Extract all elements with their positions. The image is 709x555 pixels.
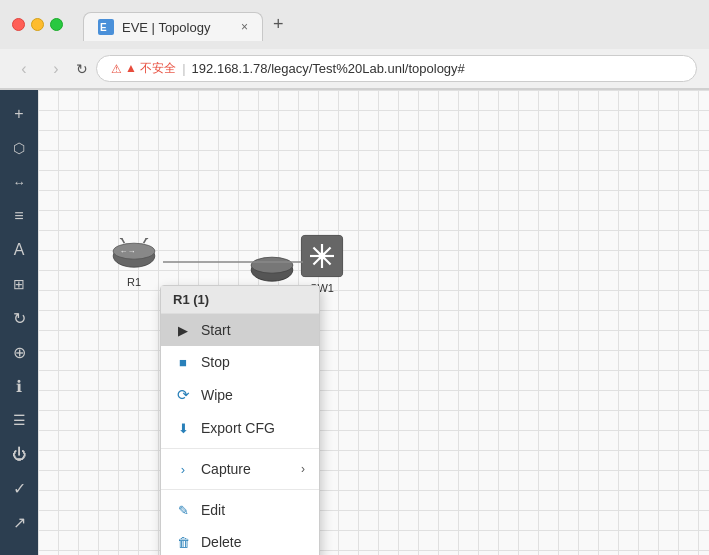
- sidebar: + ⬡ ↔ ≡ A ⊞ ↻ ⊕ ℹ ☰ ⏻ ✓: [0, 90, 38, 555]
- sidebar-item-add[interactable]: +: [3, 98, 35, 130]
- separator: |: [182, 61, 185, 76]
- tab-title: EVE | Topology: [122, 20, 210, 35]
- connection-icon: ↔: [13, 175, 26, 190]
- sidebar-item-info[interactable]: ℹ: [3, 370, 35, 402]
- minimize-button[interactable]: [31, 18, 44, 31]
- security-warning: ⚠ ▲ 不安全: [111, 60, 176, 77]
- back-button[interactable]: ‹: [12, 60, 36, 78]
- node-r1[interactable]: ←→ R1: [110, 238, 158, 288]
- reload-button[interactable]: ↻: [76, 61, 88, 77]
- svg-text:←→: ←→: [120, 247, 136, 256]
- warning-icon: ⚠: [111, 62, 122, 76]
- menu-divider-1: [161, 448, 319, 449]
- menu-item-wipe[interactable]: ⟳ Wipe: [161, 378, 319, 412]
- document-icon: ☰: [13, 412, 26, 428]
- menu-stop-label: Stop: [201, 354, 230, 370]
- forward-button[interactable]: ›: [44, 60, 68, 78]
- capture-arrow-icon: ›: [175, 462, 191, 477]
- menu-delete-label: Delete: [201, 534, 241, 550]
- menu-item-delete[interactable]: 🗑 Delete: [161, 526, 319, 555]
- tab-close-button[interactable]: ×: [241, 20, 248, 34]
- topology-canvas[interactable]: ←→ R1: [38, 90, 709, 555]
- node-partial[interactable]: [248, 252, 296, 288]
- menu-item-start[interactable]: ▶ Start: [161, 314, 319, 346]
- menu-item-export-cfg[interactable]: ⬇ Export CFG: [161, 412, 319, 444]
- app-container: + ⬡ ↔ ≡ A ⊞ ↻ ⊕ ℹ ☰ ⏻ ✓: [0, 90, 709, 555]
- sidebar-item-text[interactable]: A: [3, 234, 35, 266]
- menu-divider-2: [161, 489, 319, 490]
- sidebar-item-menu[interactable]: ≡: [3, 200, 35, 232]
- grid-icon: ⊞: [13, 276, 25, 292]
- edit-icon: ✎: [175, 503, 191, 518]
- zoom-icon: ⊕: [13, 343, 26, 362]
- context-menu-header: R1 (1): [161, 286, 319, 314]
- switch-svg: [298, 232, 346, 280]
- check-icon: ✓: [13, 479, 26, 498]
- stop-icon: ■: [175, 355, 191, 370]
- menu-export-label: Export CFG: [201, 420, 275, 436]
- sidebar-item-power[interactable]: ⏻: [3, 438, 35, 470]
- sidebar-item-server[interactable]: ⬡: [3, 132, 35, 164]
- trash-icon: 🗑: [175, 535, 191, 550]
- play-icon: ▶: [175, 323, 191, 338]
- node-r1-label: R1: [127, 276, 141, 288]
- sidebar-item-refresh[interactable]: ↻: [3, 302, 35, 334]
- sidebar-item-check[interactable]: ✓: [3, 472, 35, 504]
- sidebar-item-connection[interactable]: ↔: [3, 166, 35, 198]
- address-bar-text[interactable]: 192.168.1.78/legacy/Test%20Lab.unl/topol…: [192, 61, 465, 76]
- close-button[interactable]: [12, 18, 25, 31]
- context-menu: R1 (1) ▶ Start ■ Stop ⟳ Wipe ⬇ Export CF…: [160, 285, 320, 555]
- power-icon: ⏻: [12, 446, 26, 462]
- partial-node-svg: [248, 252, 296, 288]
- new-tab-button[interactable]: +: [263, 8, 294, 41]
- menu-capture-label: Capture: [201, 461, 251, 477]
- maximize-button[interactable]: [50, 18, 63, 31]
- sidebar-item-document[interactable]: ☰: [3, 404, 35, 436]
- wipe-icon: ⟳: [175, 386, 191, 404]
- download-icon: ⬇: [175, 421, 191, 436]
- menu-item-edit[interactable]: ✎ Edit: [161, 494, 319, 526]
- info-icon: ℹ: [16, 377, 22, 396]
- sidebar-item-zoom[interactable]: ⊕: [3, 336, 35, 368]
- menu-edit-label: Edit: [201, 502, 225, 518]
- menu-wipe-label: Wipe: [201, 387, 233, 403]
- svg-point-17: [319, 253, 326, 260]
- menu-icon: ≡: [14, 207, 23, 225]
- connections-layer: [38, 90, 709, 555]
- menu-start-label: Start: [201, 322, 231, 338]
- browser-tab[interactable]: E EVE | Topology ×: [83, 12, 263, 41]
- refresh-icon: ↻: [13, 309, 26, 328]
- sidebar-item-grid[interactable]: ⊞: [3, 268, 35, 300]
- svg-point-10: [251, 257, 293, 273]
- add-icon: +: [14, 105, 23, 123]
- svg-text:E: E: [100, 22, 107, 33]
- menu-item-capture[interactable]: › Capture ›: [161, 453, 319, 485]
- submenu-arrow-icon: ›: [301, 462, 305, 476]
- text-icon: A: [14, 241, 25, 259]
- router-svg: ←→: [110, 238, 158, 274]
- menu-item-stop[interactable]: ■ Stop: [161, 346, 319, 378]
- server-icon: ⬡: [13, 140, 25, 156]
- sidebar-item-export[interactable]: ↗: [3, 506, 35, 538]
- export-icon: ↗: [13, 513, 26, 532]
- tab-favicon: E: [98, 19, 114, 35]
